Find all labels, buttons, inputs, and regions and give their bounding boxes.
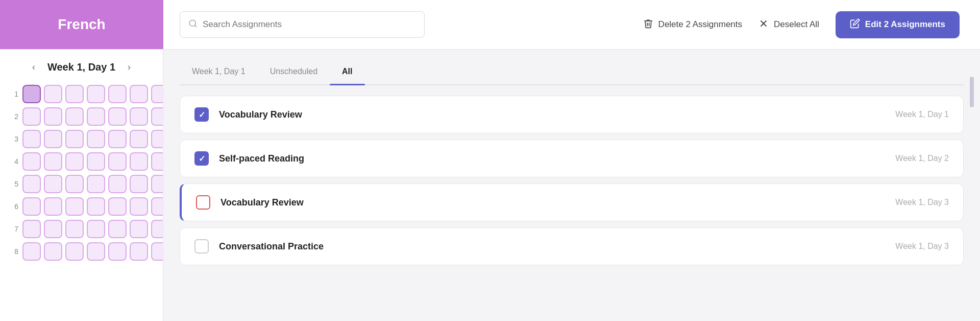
- cal-cell[interactable]: [22, 220, 41, 238]
- delete-button[interactable]: Delete 2 Assignments: [643, 18, 742, 31]
- tab-week1day1[interactable]: Week 1, Day 1: [180, 62, 258, 84]
- cal-cell[interactable]: [22, 242, 41, 261]
- header: French Delete 2 Assignments: [0, 0, 980, 50]
- assignment-day: Week 1, Day 1: [895, 110, 949, 119]
- cal-cell[interactable]: [151, 130, 163, 148]
- cal-cell[interactable]: [65, 220, 84, 238]
- cal-cell[interactable]: [44, 152, 62, 171]
- cal-cell[interactable]: [151, 220, 163, 238]
- cal-cell[interactable]: [22, 130, 41, 148]
- edit-button[interactable]: Edit 2 Assignments: [836, 11, 960, 38]
- cal-cell[interactable]: [108, 175, 127, 193]
- cal-cell[interactable]: [87, 197, 105, 216]
- cal-cell[interactable]: [22, 152, 41, 171]
- tab-all[interactable]: All: [330, 62, 364, 84]
- course-title: French: [58, 16, 105, 33]
- assignment-checkbox[interactable]: ✓: [194, 107, 209, 122]
- cal-cell[interactable]: [44, 85, 62, 103]
- cal-cell[interactable]: [87, 107, 105, 126]
- cal-cell[interactable]: [22, 197, 41, 216]
- cal-cell[interactable]: [44, 220, 62, 238]
- week-nav: ‹ Week 1, Day 1 ›: [0, 60, 163, 75]
- checkmark-icon: ✓: [199, 154, 205, 164]
- cal-row-1: 1 ⌄: [8, 85, 155, 103]
- cal-cell[interactable]: [44, 130, 62, 148]
- cal-cell[interactable]: [130, 107, 148, 126]
- cal-cell[interactable]: [44, 242, 62, 261]
- cal-row-7: 7: [8, 220, 155, 238]
- assignment-left: Conversational Practice: [194, 239, 324, 254]
- cal-cell[interactable]: [108, 107, 127, 126]
- cal-cell[interactable]: [87, 85, 105, 103]
- cal-cell[interactable]: [130, 130, 148, 148]
- cal-cell[interactable]: [151, 85, 163, 103]
- cal-cell[interactable]: [65, 152, 84, 171]
- cal-cell[interactable]: [151, 107, 163, 126]
- cal-cell[interactable]: [44, 107, 62, 126]
- cal-cell[interactable]: [65, 197, 84, 216]
- cal-cell[interactable]: [65, 85, 84, 103]
- cal-cell[interactable]: [151, 152, 163, 171]
- cal-cell[interactable]: [87, 220, 105, 238]
- assignment-left: ✓ Vocabulary Review: [194, 107, 302, 122]
- assignment-checkbox[interactable]: [196, 195, 210, 210]
- cal-cell[interactable]: [130, 220, 148, 238]
- next-week-button[interactable]: ›: [124, 60, 135, 75]
- cal-cell[interactable]: ⌄: [22, 85, 41, 103]
- cal-cell[interactable]: [65, 175, 84, 193]
- edit-label: Edit 2 Assignments: [865, 19, 945, 30]
- search-area: [163, 11, 643, 38]
- cal-row-num: 2: [8, 112, 18, 121]
- assignment-left: ✓ Self-paced Reading: [194, 151, 304, 166]
- prev-week-button[interactable]: ‹: [28, 60, 39, 75]
- cal-cell[interactable]: [65, 130, 84, 148]
- cal-cell[interactable]: [130, 85, 148, 103]
- cal-cell[interactable]: [108, 130, 127, 148]
- delete-label: Delete 2 Assignments: [658, 19, 742, 30]
- cal-row-num: 6: [8, 202, 18, 211]
- cal-cell[interactable]: [108, 242, 127, 261]
- cal-cell[interactable]: [108, 197, 127, 216]
- cal-cell[interactable]: [87, 130, 105, 148]
- assignment-day: Week 1, Day 3: [895, 198, 949, 207]
- cal-cell[interactable]: [87, 242, 105, 261]
- cal-row-2: 2: [8, 107, 155, 126]
- cal-cell[interactable]: [130, 152, 148, 171]
- cal-cell[interactable]: [130, 175, 148, 193]
- sidebar: ‹ Week 1, Day 1 › 1 ⌄: [0, 50, 163, 321]
- assignment-checkbox[interactable]: [194, 239, 209, 254]
- cal-cell[interactable]: [130, 197, 148, 216]
- assignment-item: ✓ Self-paced Reading Week 1, Day 2: [180, 140, 964, 177]
- cal-row-num: 1: [8, 90, 18, 98]
- cal-cells-2: [22, 107, 163, 126]
- cal-row-num: 3: [8, 135, 18, 143]
- cal-cell[interactable]: [108, 220, 127, 238]
- cal-cell[interactable]: [108, 152, 127, 171]
- search-input[interactable]: [203, 19, 416, 30]
- cal-cell[interactable]: [65, 107, 84, 126]
- cal-cell[interactable]: [151, 197, 163, 216]
- cal-cell[interactable]: [44, 197, 62, 216]
- cal-row-num: 5: [8, 180, 18, 188]
- cal-cell[interactable]: [151, 242, 163, 261]
- deselect-button[interactable]: Deselect All: [758, 18, 819, 31]
- cal-cell[interactable]: [87, 152, 105, 171]
- cal-cell[interactable]: [151, 175, 163, 193]
- calendar-grid: 1 ⌄ 2: [0, 85, 163, 261]
- cal-cells-8: [22, 242, 163, 261]
- cal-cell[interactable]: [44, 175, 62, 193]
- tab-unscheduled[interactable]: Unscheduled: [258, 62, 330, 84]
- cal-cell[interactable]: [87, 175, 105, 193]
- search-box: [180, 11, 425, 38]
- scrollbar-track[interactable]: [970, 66, 974, 313]
- assignment-checkbox[interactable]: ✓: [194, 151, 209, 166]
- assignment-day: Week 1, Day 2: [895, 154, 949, 163]
- cal-cell[interactable]: [130, 242, 148, 261]
- cal-row-8: 8: [8, 242, 155, 261]
- cal-cell[interactable]: [65, 242, 84, 261]
- cal-row-5: 5: [8, 175, 155, 193]
- cal-cell[interactable]: [108, 85, 127, 103]
- cal-cell[interactable]: [22, 175, 41, 193]
- cal-cell[interactable]: [22, 107, 41, 126]
- scrollbar-thumb: [970, 77, 974, 107]
